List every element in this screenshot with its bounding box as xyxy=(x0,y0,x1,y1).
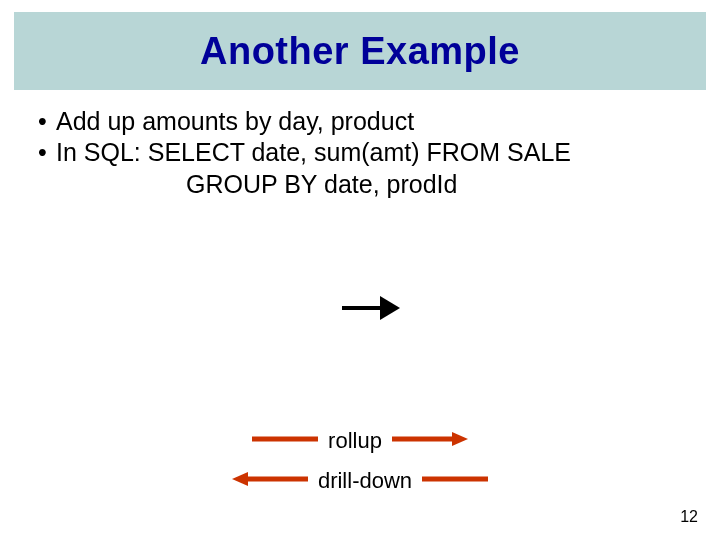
bullet-mark-icon: • xyxy=(38,137,56,168)
page-title: Another Example xyxy=(200,30,520,73)
arrow-right-icon xyxy=(390,431,470,451)
page-number: 12 xyxy=(680,508,698,526)
arrow-right-icon xyxy=(340,290,400,330)
line-segment-icon xyxy=(250,431,320,451)
svg-marker-1 xyxy=(380,296,400,320)
legend-rollup: rollup xyxy=(0,428,720,454)
svg-marker-4 xyxy=(452,432,468,446)
legend-drilldown: drill-down xyxy=(0,468,720,494)
svg-marker-5 xyxy=(232,472,248,486)
line-segment-icon xyxy=(420,471,490,491)
title-band: Another Example xyxy=(14,12,706,90)
bullet-mark-icon: • xyxy=(38,106,56,137)
legend-label: drill-down xyxy=(318,468,412,494)
bullet-text: In SQL: SELECT date, sum(amt) FROM SALE xyxy=(56,137,571,168)
list-item: • In SQL: SELECT date, sum(amt) FROM SAL… xyxy=(38,137,690,168)
list-item: • Add up amounts by day, product xyxy=(38,106,690,137)
bullet-list: • Add up amounts by day, product • In SQ… xyxy=(38,106,690,200)
arrow-left-icon xyxy=(230,471,310,491)
legend-label: rollup xyxy=(328,428,382,454)
bullet-text: Add up amounts by day, product xyxy=(56,106,414,137)
bullet-text-continuation: GROUP BY date, prodId xyxy=(38,169,690,200)
